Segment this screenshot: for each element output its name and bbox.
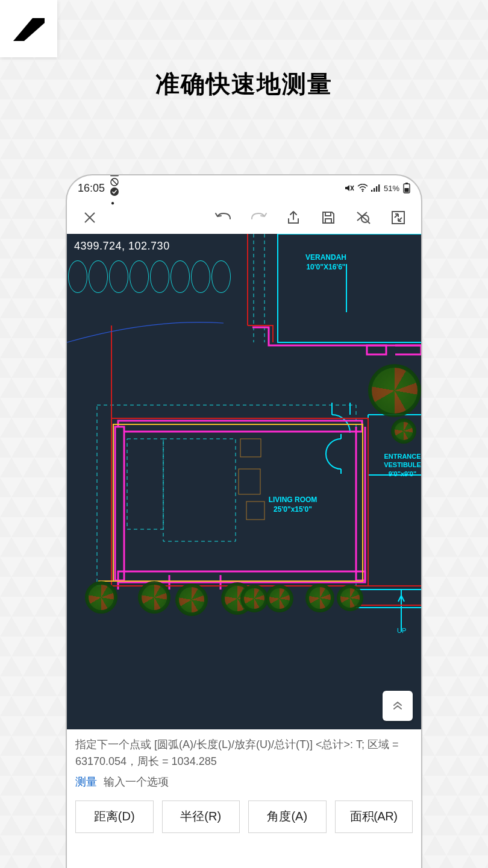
room-label-entrance: ENTRANCEVESTIBULE9'0"x9'0" xyxy=(375,452,421,478)
command-keyword: 测量 xyxy=(75,776,97,788)
option-angle-button[interactable]: 角度(A) xyxy=(248,800,327,833)
svg-line-20 xyxy=(368,221,370,224)
phone-frame: 16:05 ● 51% xyxy=(66,174,422,868)
share-button[interactable] xyxy=(279,203,308,232)
command-history-line: 指定下一个点或 [圆弧(A)/长度(L)/放弃(U)/总计(T)] <总计>: … xyxy=(75,737,413,770)
chevron-up-double-icon xyxy=(392,702,403,710)
zoom-extents-button[interactable] xyxy=(349,203,378,232)
undo-icon xyxy=(214,210,233,225)
option-distance-button[interactable]: 距离(D) xyxy=(75,800,154,833)
signal-icon xyxy=(371,184,380,192)
dot-icon: ● xyxy=(111,200,114,206)
svg-rect-13 xyxy=(405,183,408,184)
redo-icon xyxy=(249,210,268,225)
zoom-extents-icon xyxy=(355,210,372,225)
undo-button[interactable] xyxy=(209,203,238,232)
expand-panel-button[interactable] xyxy=(383,691,413,721)
room-label-living: LIVING ROOM25'0"x15'0" xyxy=(254,495,332,514)
save-button[interactable] xyxy=(314,203,343,232)
command-prompt[interactable]: 测量 输入一个选项 xyxy=(75,774,413,791)
redo-button[interactable] xyxy=(244,203,273,232)
svg-rect-23 xyxy=(127,439,163,529)
drawing-canvas[interactable]: 4399.724, 102.730 xyxy=(67,234,421,729)
up-label: UP xyxy=(397,627,406,634)
close-button[interactable] xyxy=(75,203,104,232)
svg-point-7 xyxy=(362,190,363,192)
fullscreen-button[interactable] xyxy=(384,203,413,232)
no-data-icon xyxy=(110,177,119,187)
svg-line-3 xyxy=(112,179,117,184)
battery-icon xyxy=(403,183,410,193)
status-battery-text: 51% xyxy=(384,184,399,193)
app-toolbar xyxy=(67,201,421,234)
option-area-button[interactable]: 面积(AR) xyxy=(335,800,413,833)
status-bar: 16:05 ● 51% xyxy=(67,175,421,201)
svg-rect-34 xyxy=(239,469,260,494)
wifi-icon xyxy=(357,184,368,192)
svg-rect-10 xyxy=(376,186,377,192)
room-label-verandah: VERANDAH10'0"X16'6" xyxy=(290,253,362,272)
svg-rect-24 xyxy=(163,439,236,541)
mute-icon xyxy=(344,183,355,193)
share-icon xyxy=(286,210,301,225)
fullscreen-icon xyxy=(390,210,406,225)
check-badge-icon xyxy=(110,187,119,197)
cad-drawing xyxy=(67,234,421,729)
status-icons-right: 51% xyxy=(344,183,410,193)
page-title: 准确快速地测量 xyxy=(0,68,488,101)
svg-rect-11 xyxy=(378,184,380,192)
svg-rect-33 xyxy=(240,439,261,457)
close-icon xyxy=(83,211,96,224)
svg-rect-0 xyxy=(111,174,119,175)
svg-point-4 xyxy=(110,187,119,196)
command-hint: 输入一个选项 xyxy=(104,776,169,788)
svg-rect-8 xyxy=(371,190,372,192)
autodesk-logo xyxy=(0,0,57,57)
save-icon xyxy=(321,210,336,225)
svg-rect-9 xyxy=(374,188,375,192)
option-radius-button[interactable]: 半径(R) xyxy=(162,800,240,833)
svg-rect-14 xyxy=(405,188,409,192)
status-time: 16:05 xyxy=(78,182,105,195)
option-row: 距离(D) 半径(R) 角度(A) 面积(AR) xyxy=(67,794,421,833)
status-icons-left: ● xyxy=(110,174,119,209)
command-area: 指定下一个点或 [圆弧(A)/长度(L)/放弃(U)/总计(T)] <总计>: … xyxy=(67,729,421,794)
